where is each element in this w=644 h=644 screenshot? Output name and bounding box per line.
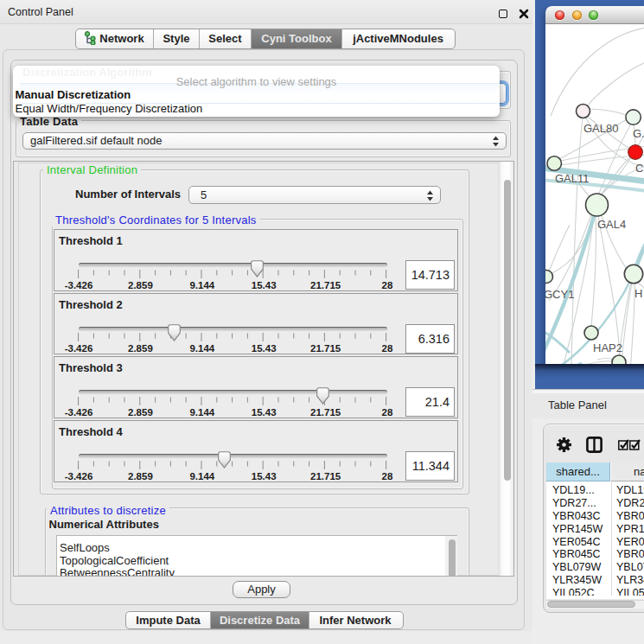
- svg-text:GAL80: GAL80: [583, 122, 618, 135]
- svg-text:GAL4: GAL4: [597, 218, 626, 231]
- svg-text:GAL11: GAL11: [555, 172, 590, 185]
- svg-text:GCY1: GCY1: [545, 288, 574, 301]
- svg-text:H: H: [634, 287, 642, 300]
- svg-text:G.: G.: [633, 127, 644, 140]
- svg-text:C.: C.: [635, 162, 644, 175]
- svg-text:HAP2: HAP2: [593, 341, 622, 354]
